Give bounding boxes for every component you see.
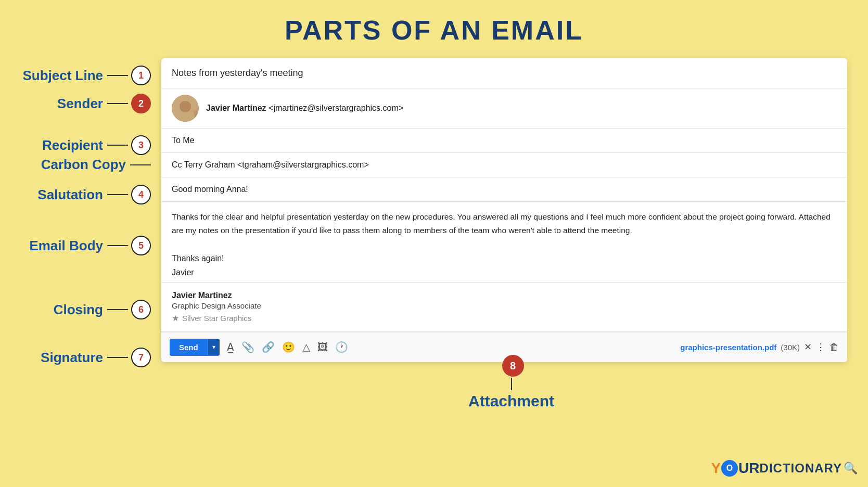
subject-line-connector: [107, 75, 128, 76]
callout-8-line: [511, 378, 512, 390]
sender-row: Javier Martinez <jmartinez@silverstargra…: [161, 88, 847, 129]
sig-title: Graphic Design Associate: [172, 301, 261, 310]
signature-row: Javier Martinez Graphic Design Associate…: [161, 283, 847, 332]
sig-name: Javier Martinez: [172, 291, 232, 300]
yourdictionary-logo: Y O UR DICTIONARY 🔍: [711, 460, 858, 477]
number-2: 2: [131, 94, 151, 113]
format-text-icon[interactable]: A̲: [227, 341, 234, 353]
body-text: Thanks for the clear and helpful present…: [172, 212, 831, 235]
image-icon[interactable]: 🖼: [317, 341, 328, 353]
attachment-delete-icon[interactable]: 🗑: [829, 342, 839, 353]
salutation-label: Salutation: [37, 187, 103, 203]
email-panel: Notes from yesterday's meeting Javier Ma…: [161, 58, 847, 362]
closing-line1: Thanks again!: [172, 251, 224, 265]
number-4: 4: [131, 185, 151, 204]
closing-connector: [107, 309, 128, 310]
cc-row: Cc Terry Graham <tgraham@silverstargraph…: [161, 153, 847, 177]
salutation-row: Good morning Anna!: [161, 177, 847, 202]
attachment-area: graphics-presentation.pdf (30K) ✕ ⋮ 🗑: [680, 341, 839, 353]
cc-text: Cc Terry Graham <tgraham@silverstargraph…: [172, 160, 369, 170]
number-7: 7: [131, 348, 151, 367]
send-button-group[interactable]: Send ▾: [170, 339, 220, 356]
number-8: 8: [502, 355, 524, 377]
sender-label: Sender: [57, 96, 103, 112]
recipient-label: Recipient: [42, 137, 103, 153]
magnifier-icon: 🔍: [844, 462, 858, 475]
send-dropdown-button[interactable]: ▾: [208, 339, 220, 355]
star-icon: ★: [172, 313, 179, 323]
yd-circle: O: [721, 460, 738, 477]
sig-company: ★ Silver Star Graphics: [172, 313, 251, 323]
send-button[interactable]: Send: [170, 339, 208, 356]
sender-name: Javier Martinez: [206, 104, 266, 112]
attachment-label: Attachment: [468, 392, 554, 410]
subject-text: Notes from yesterday's meeting: [172, 68, 303, 79]
salutation-connector: [107, 194, 128, 195]
cc-connector: [130, 164, 151, 165]
closing-label: Closing: [54, 302, 103, 318]
body-connector: [107, 245, 128, 246]
number-6: 6: [131, 300, 151, 319]
number-3: 3: [131, 135, 151, 155]
clock-icon[interactable]: 🕐: [335, 341, 348, 353]
email-body-row: Thanks for the clear and helpful present…: [161, 202, 847, 245]
avatar: [172, 95, 199, 122]
closing-line2: Javier: [172, 265, 224, 279]
attachment-close-icon[interactable]: ✕: [804, 341, 812, 353]
email-body-label: Email Body: [29, 238, 103, 254]
attachment-callout: 8 Attachment: [468, 355, 554, 410]
sender-connector: [107, 103, 128, 104]
attachment-more-icon[interactable]: ⋮: [816, 341, 825, 353]
carbon-copy-label: Carbon Copy: [41, 157, 126, 173]
attachment-filename: graphics-presentation.pdf: [680, 343, 776, 352]
recipient-connector: [107, 145, 128, 146]
number-5: 5: [131, 236, 151, 255]
recipient-row: To Me: [161, 129, 847, 153]
closing-row: Thanks again! Javier: [161, 245, 847, 282]
subject-line-label: Subject Line: [22, 68, 103, 84]
recipient-text: To Me: [172, 136, 195, 145]
signature-label: Signature: [41, 350, 103, 366]
emoji-icon[interactable]: 🙂: [282, 341, 295, 353]
drive-icon[interactable]: △: [302, 341, 310, 353]
signature-connector: [107, 357, 128, 358]
attach-icon[interactable]: 📎: [241, 341, 254, 353]
subject-row: Notes from yesterday's meeting: [161, 58, 847, 88]
page-title: PARTS OF AN EMAIL: [0, 0, 868, 56]
attachment-size: (30K): [781, 343, 800, 352]
link-icon[interactable]: 🔗: [262, 341, 275, 353]
closing-text: Thanks again! Javier: [172, 251, 224, 279]
salutation-text: Good morning Anna!: [172, 185, 248, 194]
number-1: 1: [131, 66, 151, 85]
sender-email: <jmartinez@silverstargraphics.com>: [269, 104, 403, 112]
